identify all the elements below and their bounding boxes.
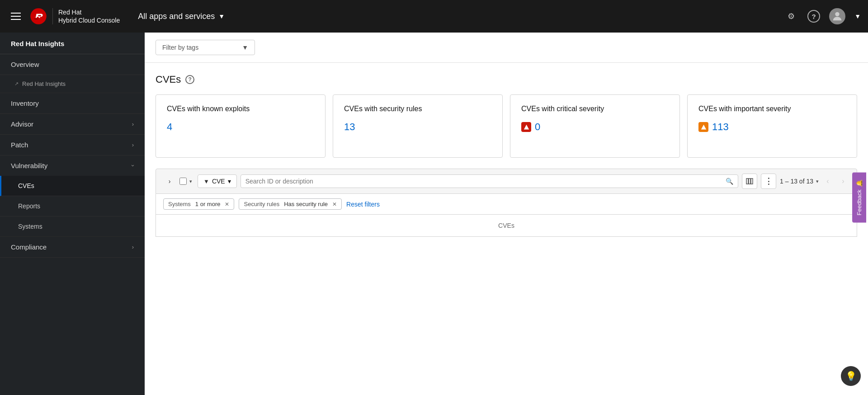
pagination-caret-icon[interactable]: ▾: [816, 179, 819, 184]
stat-card-value: ! 0: [521, 121, 669, 133]
stat-card-security-rules[interactable]: CVEs with security rules 13: [333, 94, 503, 158]
compliance-chevron-icon: ›: [132, 244, 134, 250]
sidebar-item-systems[interactable]: Systems: [0, 216, 145, 237]
stat-card-title: CVEs with known exploits: [167, 104, 314, 114]
help-icon[interactable]: ?: [807, 10, 820, 23]
chip-systems-label: Systems: [168, 201, 191, 207]
stat-card-title: CVEs with important severity: [698, 104, 846, 114]
pagination-prev-button[interactable]: ‹: [821, 175, 834, 188]
svg-point-1: [835, 12, 839, 16]
sidebar-item-overview[interactable]: Overview: [0, 54, 145, 75]
main-content: Filter by tags ▼ CVEs ? CVEs with known …: [145, 33, 868, 395]
search-input-wrap: 🔍: [241, 174, 738, 188]
cves-title: CVEs ?: [156, 74, 857, 85]
sidebar-item-inventory[interactable]: Inventory: [0, 93, 145, 114]
important-severity-icon: !: [698, 122, 708, 132]
filter-chip-systems: Systems 1 or more ✕: [163, 198, 234, 210]
top-navigation: Red Hat Hybrid Cloud Console All apps an…: [0, 0, 868, 33]
patch-chevron-icon: ›: [132, 141, 134, 148]
chip-security-rules-close-icon[interactable]: ✕: [332, 201, 337, 207]
stat-card-important-severity[interactable]: CVEs with important severity ! 113: [687, 94, 857, 158]
filter-funnel-icon: ▼: [203, 178, 209, 185]
cves-section: CVEs ? CVEs with known exploits 4 CVEs w…: [145, 63, 868, 237]
filter-chip-security-rules: Security rules Has security rule ✕: [239, 198, 342, 210]
pagination-info: 1 – 13 of 13 ▾ ‹ ›: [780, 175, 849, 188]
help-bulb-button[interactable]: 💡: [841, 366, 861, 386]
table-toolbar: › ▾ ▼ CVE ▾ 🔍 ⋮: [156, 169, 857, 194]
stat-cards: CVEs with known exploits 4 CVEs with sec…: [156, 94, 857, 158]
svg-rect-4: [746, 179, 748, 184]
stat-card-value: 4: [167, 121, 314, 133]
chip-systems-close-icon[interactable]: ✕: [225, 201, 229, 207]
filter-chips: Systems 1 or more ✕ Security rules Has s…: [156, 194, 857, 215]
stat-card-critical-severity[interactable]: CVEs with critical severity ! 0: [510, 94, 680, 158]
columns-button[interactable]: [742, 174, 757, 189]
critical-severity-icon: !: [521, 122, 531, 132]
chip-systems-value: 1 or more: [195, 201, 221, 207]
logo-divider: [52, 8, 53, 24]
search-input[interactable]: [245, 178, 722, 185]
cves-help-icon[interactable]: ?: [185, 75, 194, 84]
svg-text:!: !: [526, 126, 527, 130]
stat-card-value: ! 113: [698, 121, 846, 133]
filter-tags-dropdown[interactable]: Filter by tags ▼: [156, 40, 255, 55]
sidebar-item-advisor[interactable]: Advisor ›: [0, 114, 145, 135]
chip-security-rules-label: Security rules: [244, 201, 279, 207]
sidebar-item-vulnerability[interactable]: Vulnerability ›: [0, 155, 145, 176]
redhat-logo-icon: [30, 8, 47, 25]
svg-rect-6: [751, 179, 753, 184]
vulnerability-chevron-icon: ›: [129, 165, 136, 166]
filter-tags-caret-icon: ▼: [242, 44, 248, 51]
pagination-next-button[interactable]: ›: [837, 175, 849, 188]
account-caret-icon[interactable]: ▼: [854, 13, 861, 20]
link-arrow-icon: ↗: [14, 81, 19, 87]
filter-dropdown-caret-icon: ▾: [228, 178, 231, 185]
filter-type-dropdown[interactable]: ▼ CVE ▾: [198, 174, 237, 188]
expand-rows-button[interactable]: ›: [163, 175, 176, 188]
table-bottom-label: CVEs: [156, 215, 857, 237]
filter-bar: Filter by tags ▼: [145, 33, 868, 63]
sidebar-item-compliance[interactable]: Compliance ›: [0, 237, 145, 258]
svg-text:!: !: [703, 126, 704, 130]
sidebar: Red Hat Insights Overview ↗ Red Hat Insi…: [0, 33, 145, 395]
stat-card-title: CVEs with critical severity: [521, 104, 669, 114]
redhat-logo: Red Hat Hybrid Cloud Console: [30, 8, 120, 25]
settings-icon[interactable]: ⚙: [784, 9, 798, 24]
select-all-checkbox-area: ▾: [179, 178, 194, 185]
sidebar-link-redhat-insights[interactable]: ↗ Red Hat Insights: [0, 75, 145, 93]
avatar[interactable]: [829, 8, 845, 24]
app-selector-caret-icon: ▼: [218, 13, 225, 20]
select-all-checkbox[interactable]: [179, 178, 187, 185]
sidebar-item-cves[interactable]: CVEs: [0, 176, 145, 196]
hamburger-menu[interactable]: [7, 9, 24, 24]
search-icon: 🔍: [726, 178, 733, 185]
stat-card-value: 13: [344, 121, 491, 133]
reset-filters-button[interactable]: Reset filters: [346, 201, 380, 208]
chip-security-rules-value: Has security rule: [284, 201, 328, 207]
feedback-button[interactable]: Feedback 🔔: [852, 172, 866, 222]
sidebar-item-reports[interactable]: Reports: [0, 196, 145, 216]
app-name: Red Hat Hybrid Cloud Console: [58, 8, 120, 24]
more-options-button[interactable]: ⋮: [761, 174, 776, 189]
svg-rect-5: [749, 179, 750, 184]
app-selector[interactable]: All apps and services ▼: [132, 8, 230, 25]
feedback-icon: 🔔: [856, 179, 863, 187]
checkbox-caret-icon[interactable]: ▾: [188, 178, 194, 185]
stat-card-title: CVEs with security rules: [344, 104, 491, 114]
advisor-chevron-icon: ›: [132, 121, 134, 127]
stat-card-known-exploits[interactable]: CVEs with known exploits 4: [156, 94, 326, 158]
sidebar-item-patch[interactable]: Patch ›: [0, 135, 145, 155]
sidebar-section-header: Red Hat Insights: [0, 33, 145, 54]
